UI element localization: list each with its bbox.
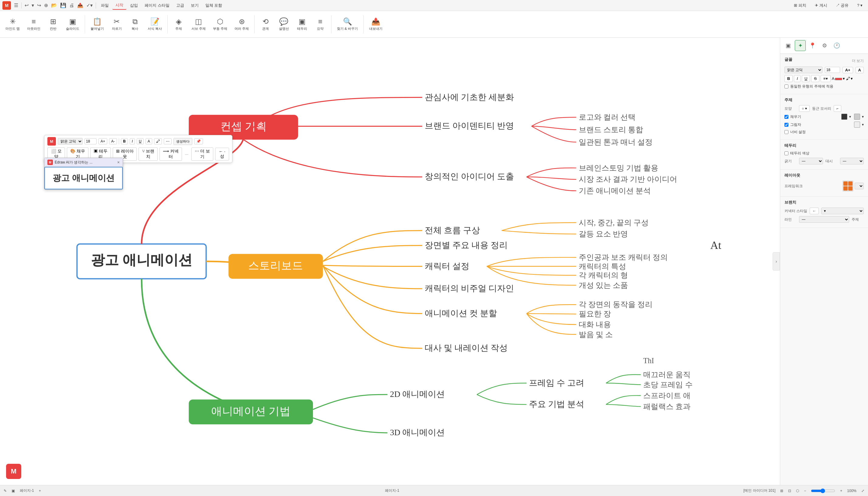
font-size-input[interactable] [84, 138, 97, 144]
fill-dropdown[interactable]: ▾ [849, 114, 851, 119]
status-icon-grid[interactable]: ⊞ [780, 489, 783, 493]
menu-start[interactable]: 시작 [112, 1, 126, 10]
rp-font-size-up[interactable]: A+ [842, 67, 853, 73]
rp-bold-button[interactable]: B [785, 75, 793, 82]
rp-align-button[interactable]: ≡▾ [821, 75, 831, 82]
menu-advanced[interactable]: 고급 [173, 1, 187, 10]
tab-location[interactable]: 📍 [807, 40, 818, 51]
status-zoom-in[interactable]: + [840, 489, 842, 493]
pin-button[interactable]: 📌 [194, 138, 203, 144]
undo-button[interactable]: ↩ [23, 2, 30, 9]
bold-button[interactable]: B [121, 138, 128, 144]
ribbon-border[interactable]: ▣ 테두리 [294, 16, 311, 32]
width-checkbox[interactable] [785, 130, 788, 134]
rp-underline-button[interactable]: U [802, 75, 810, 82]
tab-history[interactable]: 🕐 [831, 40, 842, 51]
shape-select-button[interactable]: ○ ▾ [799, 105, 810, 112]
menu-file[interactable]: 파일 [98, 1, 112, 10]
ribbon-cut[interactable]: ✂ 자르기 [108, 16, 125, 32]
branch-line-select[interactable]: — [799, 216, 849, 223]
ribbon-subject[interactable]: ◈ 주제 [170, 16, 187, 32]
status-tool-pencil[interactable]: ✎ [4, 489, 7, 493]
underline-button[interactable]: U [137, 138, 144, 144]
border-color-checkbox[interactable] [785, 151, 788, 155]
fill-color2-swatch[interactable] [854, 114, 860, 120]
font-size-down-button[interactable]: A- [109, 138, 117, 144]
ribbon-sub-subject[interactable]: ◫ 서브 주제 [188, 16, 209, 32]
export-button[interactable]: 📤 [76, 2, 84, 9]
apply-same-type-checkbox[interactable] [785, 84, 788, 89]
connector-button[interactable]: ⟿ 커넥터 [159, 148, 182, 161]
status-fit-button[interactable]: ⤢ [861, 489, 864, 493]
new-button[interactable]: ⊕ [43, 2, 49, 9]
tab-shape[interactable]: ▣ [783, 40, 793, 51]
rp-strikethrough-button[interactable]: S [811, 75, 819, 82]
ribbon-relation[interactable]: ⟲ 관계 [257, 16, 274, 32]
menu-insert[interactable]: 삽입 [127, 1, 141, 10]
rp-highlight-dropdown[interactable]: ▾ [851, 76, 853, 81]
layout-select[interactable]: ▾ [855, 183, 864, 189]
highlight-button[interactable]: 🖍 [154, 138, 162, 144]
generate-button[interactable]: 생성하다 [173, 138, 192, 145]
status-icon-hex[interactable]: ⬡ [796, 489, 799, 493]
save-button[interactable]: 💾 [59, 2, 67, 9]
close-toolbar-button[interactable]: ← ·성 [215, 148, 229, 160]
canvas-area[interactable]: 광고 애니메이션 컨셉 기획 브랜드 아이덴티티 반영 로고와 컬러 선택 브랜… [0, 38, 780, 485]
tab-ai[interactable]: ✦ [795, 40, 806, 51]
ribbon-paste[interactable]: 📋 붙여넣기 [88, 16, 107, 32]
tab-settings[interactable]: ⚙ [819, 40, 830, 51]
ai-popup-close-button[interactable]: × [117, 160, 120, 165]
ribbon-outline[interactable]: ≡ 아웃라인 [24, 16, 44, 32]
shadow-dropdown[interactable]: ▾ [862, 123, 864, 127]
check-button[interactable]: ✓▾ [85, 2, 94, 9]
status-add-page[interactable]: + [39, 489, 41, 493]
menu-page-style[interactable]: 페이지 스타일 [142, 1, 173, 10]
share-button[interactable]: ↗ 공유 [833, 1, 852, 10]
ribbon-summary[interactable]: ≡ 요약 [312, 16, 329, 32]
ribbon-multi-subject[interactable]: ⊛ 여러 주제 [232, 16, 252, 32]
open-button[interactable]: 📂 [50, 2, 58, 9]
more-toolbar-button[interactable]: ⋯ 더 보기 [191, 148, 213, 161]
ribbon-kanban[interactable]: ⊞ 칸반 [45, 16, 62, 32]
branch-button[interactable]: ⑂ 브랜치 [139, 148, 158, 161]
undo-dropdown[interactable]: ▾ [30, 2, 35, 9]
font-size-up-button[interactable]: A+ [98, 138, 107, 144]
rp-text-color-dropdown[interactable]: ▾ [843, 76, 845, 81]
rp-font-select[interactable]: 맑은 고딕 [785, 66, 822, 73]
menu-view[interactable]: 보기 [188, 1, 202, 10]
print-button[interactable]: 🖨 [68, 2, 75, 9]
rp-font-size-down[interactable]: A [855, 67, 864, 73]
status-zoom-slider[interactable] [811, 489, 835, 493]
rp-font-size-input[interactable] [825, 67, 840, 73]
rp-text-color-swatch[interactable] [835, 78, 842, 80]
post-button[interactable]: ✈ 게시 [812, 1, 830, 10]
status-page-label[interactable]: 페이지-1 [20, 488, 34, 493]
help-button[interactable]: ? ▾ [854, 2, 866, 9]
font-more-button[interactable]: 더 보기 [852, 58, 864, 63]
collapse-icon[interactable]: ☰ [13, 2, 19, 9]
shadow-color-swatch[interactable] [854, 122, 860, 128]
status-icon-list[interactable]: ⊡ [788, 489, 791, 493]
status-tool-rect[interactable]: ▣ [12, 489, 15, 493]
ribbon-slide[interactable]: ▣ 슬라이드 [63, 16, 82, 32]
ribbon-copy[interactable]: ⧉ 복사 [126, 16, 143, 32]
connector-style-select[interactable]: ▾ [821, 207, 864, 214]
panel-collapse-arrow[interactable]: › [773, 252, 780, 270]
fill-color-swatch[interactable] [841, 114, 847, 120]
status-zoom-out[interactable]: − [804, 489, 806, 493]
ribbon-export[interactable]: 📤 내보내기 [366, 16, 385, 32]
pitch-button[interactable]: ⊞ 피치 [791, 1, 809, 10]
text-color-button[interactable]: A [145, 138, 152, 144]
ribbon-float-subject[interactable]: ⬡ 부동 주제 [210, 16, 230, 32]
fill-dropdown2[interactable]: ▾ [862, 114, 864, 119]
font-family-select[interactable]: 맑은 고딕 [58, 138, 83, 145]
connector-style-button[interactable]: ← [810, 207, 819, 214]
ribbon-callout[interactable]: 💬 설명선 [275, 16, 292, 32]
corner-button[interactable]: ⌐ [834, 105, 841, 112]
ribbon-mindmap[interactable]: ✳ 마인드 맵 [2, 16, 23, 32]
ribbon-format-copy[interactable]: 📝 서식 복사 [145, 16, 165, 32]
format-more-button[interactable]: ⋯ [164, 138, 172, 144]
shadow-checkbox[interactable] [785, 123, 788, 127]
fill-checkbox[interactable] [785, 115, 788, 119]
rp-italic-button[interactable]: I [794, 75, 801, 82]
